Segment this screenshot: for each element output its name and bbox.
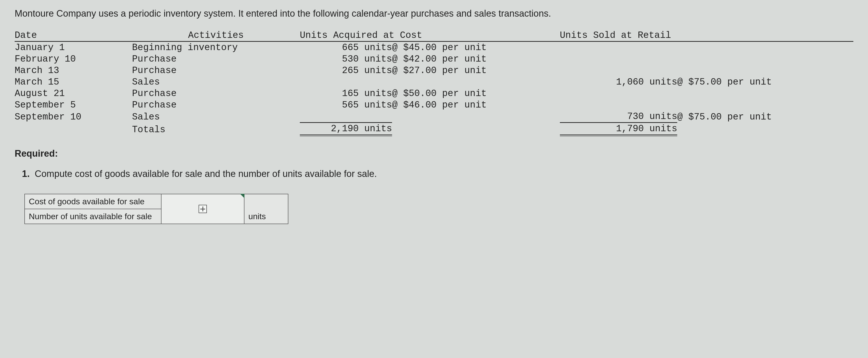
- row-sold-price: [677, 88, 854, 99]
- row-acq-price: [392, 76, 560, 88]
- row-activity: Purchase: [132, 99, 300, 111]
- row-sold-units: [560, 53, 677, 65]
- row-acq-price: @ $46.00 per unit: [392, 99, 560, 111]
- header-sold: Units Sold at Retail: [560, 30, 854, 42]
- totals-label: Totals: [132, 123, 300, 135]
- row-date: March 15: [14, 76, 132, 88]
- row-sold-price: [677, 53, 854, 65]
- units-suffix: units: [244, 209, 288, 224]
- row-acq-price: @ $42.00 per unit: [392, 53, 560, 65]
- totals-blank: [677, 123, 854, 135]
- required-heading: Required:: [14, 148, 854, 159]
- row-acq-price: [392, 111, 560, 123]
- row-acq-price: @ $50.00 per unit: [392, 88, 560, 99]
- label-units: Number of units available for sale: [25, 209, 161, 224]
- totals-blank: [392, 123, 560, 135]
- row-activity: Sales: [132, 76, 300, 88]
- row-date: January 1: [14, 42, 132, 54]
- row-date: March 13: [14, 65, 132, 76]
- row-sold-price: [677, 65, 854, 76]
- row-acq-price: @ $45.00 per unit: [392, 42, 560, 54]
- row-date: September 10: [14, 111, 132, 123]
- row-date: February 10: [14, 53, 132, 65]
- row-acq-units: 265 units: [300, 65, 392, 76]
- row-sold-units: [560, 99, 677, 111]
- expand-corner-icon[interactable]: [240, 194, 244, 198]
- row-date: August 21: [14, 88, 132, 99]
- header-acquired: Units Acquired at Cost: [300, 30, 560, 42]
- totals-acq-units: 2,190 units: [300, 123, 392, 135]
- intro-text: Montoure Company uses a periodic invento…: [14, 7, 854, 20]
- header-date: Date: [14, 30, 132, 42]
- row-sold-price: [677, 99, 854, 111]
- row-sold-units: 730 units: [560, 111, 677, 123]
- question-text: Compute cost of goods available for sale…: [35, 169, 377, 179]
- row-acq-units: 165 units: [300, 88, 392, 99]
- row-activity: Purchase: [132, 88, 300, 99]
- row-activity: Beginning inventory: [132, 42, 300, 54]
- row-acq-units: [300, 76, 392, 88]
- totals-blank: [14, 123, 132, 135]
- header-activities: Activities: [132, 30, 300, 42]
- row-sold-units: 1,060 units: [560, 76, 677, 88]
- row-acq-units: 530 units: [300, 53, 392, 65]
- row-sold-price: [677, 42, 854, 54]
- answer-grid: Cost of goods available for sale Number …: [24, 194, 288, 224]
- totals-sold-units: 1,790 units: [560, 123, 677, 135]
- row-sold-units: [560, 88, 677, 99]
- cogas-input-cell[interactable]: [161, 194, 244, 224]
- transactions-table: Date Activities Units Acquired at Cost U…: [14, 30, 854, 136]
- question-number: 1.: [22, 169, 30, 179]
- row-activity: Purchase: [132, 65, 300, 76]
- row-date: September 5: [14, 99, 132, 111]
- plus-icon[interactable]: [198, 205, 207, 213]
- row-activity: Sales: [132, 111, 300, 123]
- row-acq-units: 665 units: [300, 42, 392, 54]
- label-cogas: Cost of goods available for sale: [25, 194, 161, 209]
- cogas-suffix: [244, 194, 288, 209]
- row-acq-units: 565 units: [300, 99, 392, 111]
- row-sold-units: [560, 65, 677, 76]
- row-sold-price: @ $75.00 per unit: [677, 111, 854, 123]
- question-1: 1. Compute cost of goods available for s…: [22, 169, 854, 179]
- row-acq-price: @ $27.00 per unit: [392, 65, 560, 76]
- row-sold-price: @ $75.00 per unit: [677, 76, 854, 88]
- row-acq-units: [300, 111, 392, 123]
- row-sold-units: [560, 42, 677, 54]
- row-activity: Purchase: [132, 53, 300, 65]
